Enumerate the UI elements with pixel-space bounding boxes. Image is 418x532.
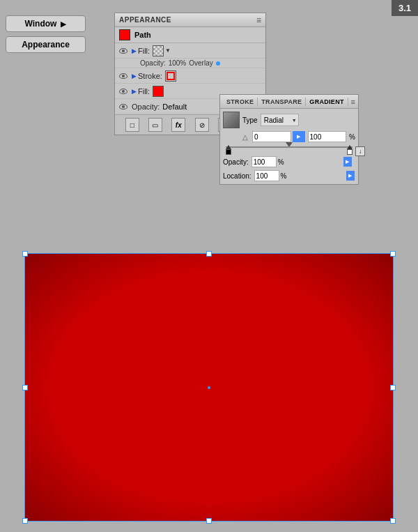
window-label: Window <box>25 19 57 29</box>
blue-dot <box>216 61 220 66</box>
stop-right[interactable] <box>347 145 353 155</box>
gradient-strip-container: ↓ <box>226 146 353 148</box>
appearance-button[interactable]: Appearance <box>6 36 86 53</box>
fx-icon[interactable]: fx <box>171 118 185 132</box>
new-style-icon[interactable]: □ <box>125 118 139 132</box>
path-row: Path <box>115 27 265 43</box>
opacity-value: 100% <box>169 59 187 67</box>
path-color-swatch <box>119 29 130 40</box>
panel-menu-icon[interactable]: ≡ <box>256 15 261 25</box>
canvas-area <box>0 243 418 532</box>
opacity-default-label: Opacity: <box>132 102 160 111</box>
left-toolbar: Window ▶ Appearance <box>6 15 86 53</box>
delete-icon[interactable]: ⊘ <box>195 118 209 132</box>
gradient-strip[interactable] <box>226 146 353 148</box>
grad-type-label: Type <box>242 116 258 124</box>
grad-opacity-arrow[interactable]: ▶ <box>343 157 352 167</box>
fill-label-2: Fill: <box>138 87 150 96</box>
handle-middle-right[interactable] <box>390 385 396 390</box>
fill-swatch-1[interactable]: ▼ <box>153 45 171 56</box>
angle-start-input[interactable] <box>253 133 291 141</box>
stroke-tab[interactable]: STROKE <box>223 98 258 106</box>
grad-opacity-pct: % <box>278 158 284 166</box>
eye-icon-3[interactable] <box>118 102 129 112</box>
grad-location-label: Location: <box>223 172 251 180</box>
gradient-save-icon[interactable]: ↓ <box>355 146 365 156</box>
stop-left[interactable] <box>226 145 231 155</box>
fill-label-1: Fill: <box>138 47 150 55</box>
eye-icon-1[interactable] <box>118 46 129 56</box>
window-arrow-icon: ▶ <box>61 20 66 28</box>
stroke-row: ▶ Stroke: <box>115 68 265 84</box>
grad-location-input-box[interactable]: ▶ <box>254 170 279 181</box>
grad-type-select[interactable]: Radial Linear <box>261 114 299 126</box>
grad-location-row: Location: ▶ % <box>223 170 355 181</box>
stroke-label: Stroke: <box>138 72 162 80</box>
grad-opacity-input-box[interactable]: ▶ <box>251 156 277 167</box>
gradient-slider-area: ↓ <box>226 146 353 148</box>
version-badge: 3.1 <box>392 0 418 16</box>
grad-opacity-row: Opacity: ▶ % <box>223 156 355 167</box>
handle-top-left[interactable] <box>22 251 28 257</box>
gradient-panel: STROKE TRANSPARE GRADIENT ≡ Type Radial … <box>219 94 359 185</box>
handle-bottom-left[interactable] <box>22 518 28 524</box>
grad-location-pct: % <box>281 172 287 180</box>
appearance-panel-titlebar: APPEARANCE ≡ <box>115 13 265 27</box>
angle-end-input[interactable] <box>309 133 346 141</box>
art-object[interactable] <box>24 253 394 522</box>
handle-bottom-middle[interactable] <box>206 518 212 524</box>
center-dot <box>208 386 210 389</box>
eye-icon-2[interactable] <box>118 86 129 96</box>
handle-top-middle[interactable] <box>206 251 212 257</box>
angle-end-wrapper[interactable] <box>308 131 347 142</box>
grad-location-arrow[interactable]: ▶ <box>346 171 355 181</box>
grad-preview <box>223 112 240 128</box>
stroke-swatch[interactable] <box>165 70 176 82</box>
overlay-label: Overlay <box>189 59 212 67</box>
fill-arrow-1[interactable]: ▶ <box>132 47 137 54</box>
path-label: Path <box>134 31 151 39</box>
fill-dropdown-arrow[interactable]: ▼ <box>165 47 171 54</box>
duplicate-icon[interactable]: ▭ <box>148 118 162 132</box>
fill-arrow-2[interactable]: ▶ <box>132 88 137 95</box>
gradient-tab[interactable]: GRADIENT <box>306 98 348 106</box>
grad-location-input[interactable] <box>255 172 346 180</box>
angle-input-wrapper[interactable] <box>252 131 291 142</box>
appearance-panel-title: APPEARANCE <box>119 16 171 24</box>
grad-opacity-input[interactable] <box>252 158 343 166</box>
opacity-default-value: Default <box>162 102 187 111</box>
handle-top-right[interactable] <box>390 251 396 257</box>
angle-icon: △ <box>242 133 248 141</box>
fill-swatch-2[interactable] <box>153 86 164 97</box>
handle-middle-left[interactable] <box>22 385 28 390</box>
grad-panel-menu-icon[interactable]: ≡ <box>351 98 355 106</box>
angle-arrow-btn[interactable]: ▶ <box>293 131 305 142</box>
handle-bottom-right[interactable] <box>390 518 396 524</box>
stroke-arrow[interactable]: ▶ <box>132 73 137 79</box>
window-button[interactable]: Window ▶ <box>6 15 86 32</box>
appearance-label: Appearance <box>22 40 70 50</box>
type-row: Type Radial Linear <box>223 112 355 128</box>
eye-icon-stroke[interactable] <box>118 71 129 81</box>
gradient-content: Type Radial Linear △ ▶ % <box>220 109 358 184</box>
angle-row: △ ▶ % <box>223 131 355 142</box>
opacity-row: Opacity: 100% Overlay <box>115 59 265 68</box>
transparent-tab[interactable]: TRANSPARE <box>258 98 306 106</box>
grad-opacity-label: Opacity: <box>223 158 249 166</box>
fill-row-1: ▶ Fill: ▼ <box>115 43 265 59</box>
gradient-titlebar: STROKE TRANSPARE GRADIENT ≡ <box>220 95 358 109</box>
opacity-label: Opacity: <box>140 59 166 67</box>
angle-pct: % <box>349 133 355 141</box>
grad-type-select-wrapper[interactable]: Radial Linear <box>261 114 299 126</box>
